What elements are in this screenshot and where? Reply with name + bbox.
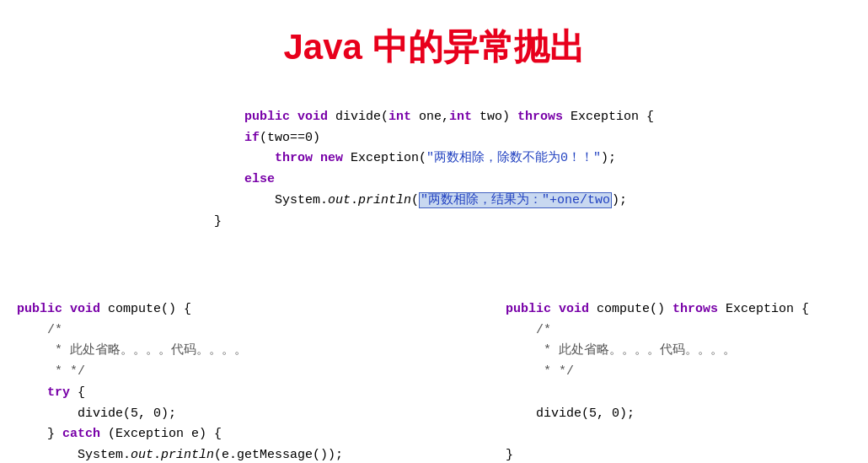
- page-title: Java 中的异常抛出: [0, 0, 868, 86]
- left-code-block: public void compute() { /* * 此处省略。。。。代码。…: [17, 278, 421, 463]
- right-code-block: public void compute() throws Exception {…: [506, 278, 809, 463]
- center-code-block: public void divide(int one,int two) thro…: [0, 86, 868, 253]
- center-code: public void divide(int one,int two) thro…: [214, 86, 654, 253]
- bottom-section: public void compute() { /* * 此处省略。。。。代码。…: [0, 278, 868, 463]
